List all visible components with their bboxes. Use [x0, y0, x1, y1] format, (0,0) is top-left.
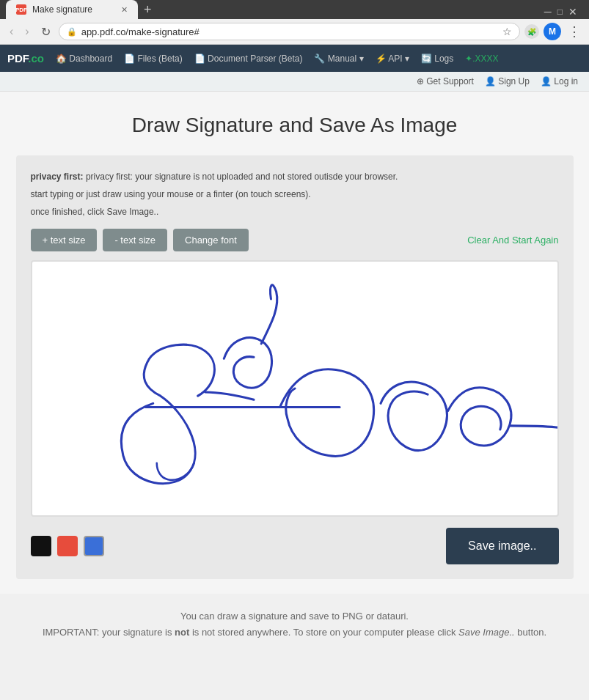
footer-important-post: is not stored anywhere. To store on your… [192, 627, 456, 638]
bookmark-icon[interactable]: ☆ [502, 26, 512, 37]
nav-api[interactable]: ⚡ API ▾ [376, 46, 409, 71]
get-support-link[interactable]: ⊕ Get Support [417, 76, 474, 86]
nav-logs[interactable]: 🔄 Logs [421, 46, 453, 71]
new-tab-button[interactable]: + [138, 2, 158, 18]
color-red-swatch[interactable] [57, 536, 78, 556]
maximize-button[interactable]: □ [557, 7, 563, 17]
main-content: Draw Signature and Save As Image privacy… [0, 92, 589, 594]
reload-button[interactable]: ↻ [37, 23, 54, 40]
profile-avatar[interactable]: M [544, 23, 561, 40]
footer-not-label: not [175, 627, 189, 638]
signature-svg [32, 262, 557, 515]
footer-button-label: button. [517, 627, 546, 638]
toolbar: + text size - text size Change font Clea… [31, 229, 559, 251]
footer-important-pre: IMPORTANT: your signature is [43, 627, 172, 638]
save-image-button[interactable]: Save image.. [446, 528, 558, 564]
ssl-icon: 🔒 [67, 27, 77, 37]
back-button[interactable]: ‹ [6, 23, 17, 40]
active-tab[interactable]: PDF Make signature ✕ [6, 0, 138, 19]
plus-text-size-button[interactable]: + text size [31, 229, 98, 251]
tab-close-button[interactable]: ✕ [121, 5, 128, 15]
forward-button[interactable]: › [21, 23, 32, 40]
signature-container: privacy first: privacy first: your signa… [16, 155, 574, 579]
address-bar[interactable]: 🔒 app.pdf.co/make-signature# ☆ [59, 23, 520, 40]
page-footer: You can draw a signature and save to PNG… [0, 594, 589, 655]
info-text-1: privacy first: privacy first: your signa… [31, 170, 559, 183]
page-title: Draw Signature and Save As Image [15, 114, 574, 137]
info-text-3: once finished, click Save Image.. [31, 205, 559, 218]
extensions-icon[interactable]: 🧩 [524, 24, 539, 39]
minimize-button[interactable]: ─ [544, 6, 552, 18]
info-text-2: start typing or just draw using your mou… [31, 188, 559, 201]
nav-left: PDF.co 🏠 Dashboard 📄 Files (Beta) 📄 Docu… [7, 45, 582, 72]
app-nav: PDF.co 🏠 Dashboard 📄 Files (Beta) 📄 Docu… [0, 45, 589, 72]
footer-line-1: You can draw a signature and save to PNG… [22, 608, 567, 625]
nav-xxxx[interactable]: ✦.XXXX [465, 46, 498, 71]
footer-line-2: IMPORTANT: your signature is not is not … [22, 625, 567, 641]
color-black-swatch[interactable] [31, 536, 51, 556]
footer-save-image-label: Save Image.. [458, 627, 515, 638]
clear-button[interactable]: Clear And Start Again [467, 235, 558, 246]
color-blue-swatch[interactable] [84, 536, 104, 556]
tab-title: Make signature [32, 4, 92, 15]
nav-dashboard[interactable]: 🏠 Dashboard [56, 46, 112, 71]
signature-canvas[interactable] [31, 260, 559, 517]
app-logo: PDF.co [7, 45, 44, 72]
minus-text-size-button[interactable]: - text size [103, 229, 167, 251]
canvas-footer: Save image.. [31, 528, 559, 564]
color-options [31, 536, 104, 556]
tab-bar: PDF Make signature ✕ + ─ □ ✕ [0, 0, 589, 19]
browser-chrome: PDF Make signature ✕ + ─ □ ✕ ‹ › ↻ 🔒 app… [0, 0, 589, 45]
log-in-link[interactable]: 👤 Log in [541, 76, 578, 86]
close-window-button[interactable]: ✕ [568, 6, 577, 18]
tab-favicon: PDF [16, 4, 26, 15]
change-font-button[interactable]: Change font [173, 229, 249, 251]
privacy-label: privacy first: [31, 172, 84, 182]
nav-secondary: ⊕ Get Support 👤 Sign Up 👤 Log in [0, 72, 589, 92]
browser-menu-button[interactable]: ⋮ [566, 23, 583, 40]
nav-document-parser[interactable]: 📄 Document Parser (Beta) [194, 46, 303, 71]
nav-manual[interactable]: 🔧 Manual ▾ [314, 46, 363, 71]
browser-nav: ‹ › ↻ 🔒 app.pdf.co/make-signature# ☆ 🧩 M… [0, 19, 589, 45]
url-text: app.pdf.co/make-signature# [81, 26, 498, 37]
nav-files[interactable]: 📄 Files (Beta) [124, 46, 183, 71]
sign-up-link[interactable]: 👤 Sign Up [485, 76, 530, 86]
